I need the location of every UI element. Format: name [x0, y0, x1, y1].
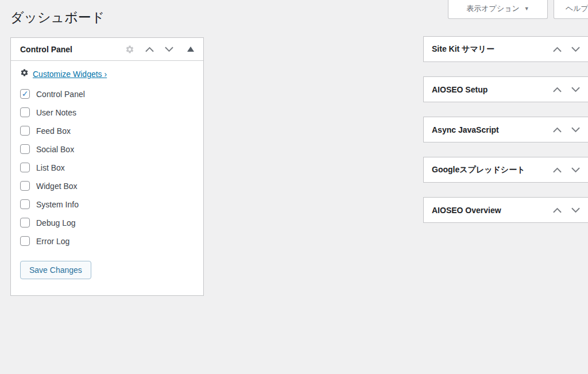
chevron-up-icon[interactable]	[553, 167, 562, 173]
chevron-up-icon[interactable]	[145, 47, 154, 52]
triangle-up-icon[interactable]	[187, 47, 194, 52]
checkbox[interactable]	[20, 236, 30, 246]
chevron-down-icon[interactable]	[571, 167, 580, 173]
checkbox-row-control-panel[interactable]: Control Panel	[20, 89, 194, 99]
save-changes-button[interactable]: Save Changes	[20, 261, 91, 279]
chevron-up-icon[interactable]	[553, 87, 562, 92]
checkbox[interactable]	[20, 181, 30, 191]
checkbox-label: Widget Box	[36, 182, 78, 191]
checkbox[interactable]	[20, 163, 30, 172]
control-panel-widget: Control Panel Customize Widgets ›	[10, 37, 204, 296]
checkbox-row-debug-log[interactable]: Debug Log	[20, 218, 194, 228]
checkbox[interactable]	[20, 126, 30, 136]
chevron-down-icon[interactable]	[571, 87, 580, 92]
checkbox[interactable]	[20, 107, 30, 117]
widget-title: Googleスプレッドシート	[432, 165, 525, 175]
screen-options-label: 表示オプション	[466, 3, 520, 14]
checkbox[interactable]	[20, 144, 30, 154]
help-label: ヘルプ	[566, 3, 588, 14]
screen-options-tab[interactable]: 表示オプション ▼	[448, 0, 548, 19]
widget-title: Async JavaScript	[432, 125, 499, 134]
checkbox-row-error-log[interactable]: Error Log	[20, 236, 194, 246]
dashboard-page: { "page": { "title": "ダッシュボード" }, "scree…	[0, 0, 588, 374]
widget-header-aioseo-setup[interactable]: AIOSEO Setup	[423, 76, 588, 102]
checkbox-label: Feed Box	[36, 126, 71, 136]
help-tab[interactable]: ヘルプ	[554, 0, 588, 19]
checkbox-label: Error Log	[36, 237, 69, 246]
widget-title: Site Kit サマリー	[432, 44, 494, 55]
control-panel-header[interactable]: Control Panel	[11, 38, 203, 61]
widget-header-site-kit-summary[interactable]: Site Kit サマリー	[423, 36, 588, 62]
checkbox-row-feed-box[interactable]: Feed Box	[20, 126, 194, 136]
control-panel-body: Customize Widgets › Control Panel User N…	[11, 61, 203, 288]
checkbox-row-system-info[interactable]: System Info	[20, 199, 194, 209]
chevron-down-icon[interactable]	[571, 47, 580, 52]
widget-header-google-spreadsheet[interactable]: Googleスプレッドシート	[423, 157, 588, 183]
widget-title: AIOSEO Overview	[432, 206, 501, 215]
checkbox-label: System Info	[36, 200, 79, 209]
widget-title: AIOSEO Setup	[432, 85, 488, 94]
gear-icon[interactable]	[125, 45, 134, 54]
checkbox-label: Social Box	[36, 145, 74, 154]
checkbox-row-social-box[interactable]: Social Box	[20, 144, 194, 154]
widget-header-aioseo-overview[interactable]: AIOSEO Overview	[423, 197, 588, 223]
checkbox-label: List Box	[36, 163, 65, 172]
gear-icon	[20, 68, 29, 79]
widget-header-async-javascript[interactable]: Async JavaScript	[423, 117, 588, 142]
chevron-up-icon[interactable]	[553, 207, 562, 213]
checkbox-row-user-notes[interactable]: User Notes	[20, 107, 194, 117]
page-title: ダッシュボード	[10, 9, 105, 26]
chevron-down-icon[interactable]	[165, 47, 173, 52]
checkbox-label: Debug Log	[36, 218, 76, 228]
caret-down-icon: ▼	[524, 6, 529, 11]
chevron-up-icon[interactable]	[553, 127, 562, 133]
checkbox-row-list-box[interactable]: List Box	[20, 163, 194, 172]
checkbox[interactable]	[20, 199, 30, 209]
checkbox-label: Control Panel	[36, 90, 85, 99]
checkbox-label: User Notes	[36, 108, 76, 117]
chevron-up-icon[interactable]	[553, 47, 562, 52]
chevron-down-icon[interactable]	[571, 127, 580, 133]
chevron-down-icon[interactable]	[571, 207, 580, 213]
checkbox[interactable]	[20, 218, 30, 228]
checkbox-row-widget-box[interactable]: Widget Box	[20, 181, 194, 191]
widget-title: Control Panel	[20, 45, 72, 54]
widget-actions	[125, 45, 194, 54]
customize-widgets-link[interactable]: Customize Widgets ›	[33, 70, 107, 79]
checkbox[interactable]	[20, 89, 30, 99]
